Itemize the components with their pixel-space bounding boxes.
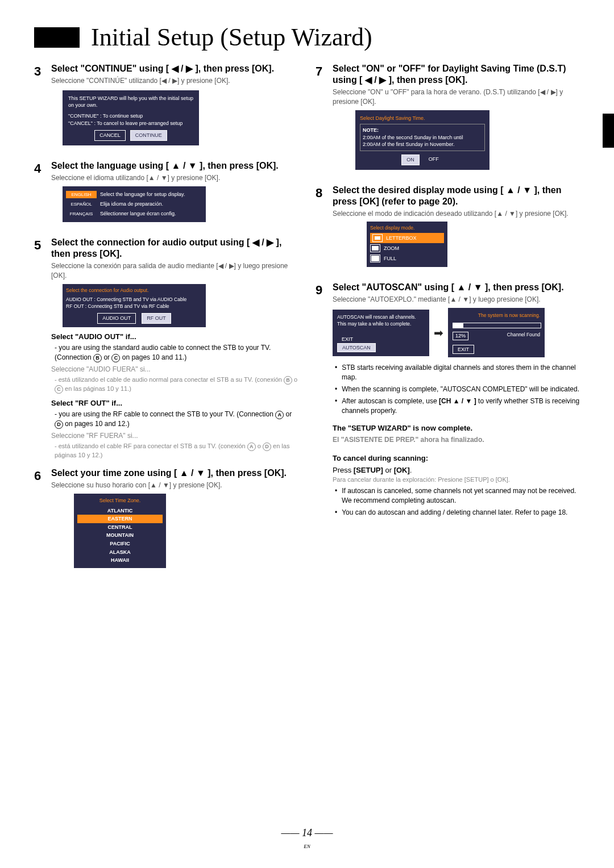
- osd-title: The system is now scanning.: [453, 312, 540, 319]
- osd-text: "CANCEL" : To cancel to leave pre-arrang…: [68, 120, 193, 127]
- osd-continue-button: CONTINUE: [130, 130, 167, 141]
- step-number: 7: [316, 63, 333, 177]
- mode-zoom: ZOOM: [370, 243, 444, 253]
- osd-text: AUDIO OUT : Connecting STB and TV via AU…: [66, 297, 202, 303]
- completion-spanish: El "ASISTENTE DE PREP." ahora ha finaliz…: [333, 435, 580, 445]
- cancel-spanish: Para cancelar durante la exploración: Pr…: [333, 475, 580, 484]
- zoom-icon: [370, 244, 380, 252]
- page-footer: —— 14 —— EN: [0, 827, 614, 851]
- step-heading: Select the language using [ ▲ / ▼ ], the…: [51, 160, 298, 172]
- osd-title: Select Daylight Saving Time.: [360, 115, 485, 122]
- scan-percent: 12%: [453, 332, 468, 340]
- mode-letterbox: LETTERBOX: [370, 233, 444, 243]
- osd-language: ENGLISHSelect the language for setup dis…: [63, 186, 206, 223]
- right-column: 7 Select "ON" or "OFF" for Daylight Savi…: [316, 63, 580, 583]
- step-6: 6 Select your time zone using [ ▲ / ▼ ],…: [34, 468, 298, 575]
- tz-eastern: EASTERN: [77, 515, 163, 523]
- step-spanish: Seleccione "CONTINÚE" utilizando [◀ / ▶]…: [51, 76, 298, 86]
- osd-text: AUTOSCAN will rescan all channels.: [337, 314, 425, 321]
- step-spanish: Seleccione el idioma utilizando [▲ / ▼] …: [51, 173, 298, 183]
- step-heading: Select "ON" or "OFF" for Daylight Saving…: [333, 63, 580, 86]
- step-spanish: Seleccione "AUTOEXPLO." mediante [▲ / ▼]…: [333, 295, 580, 304]
- step-heading: Select "CONTINUE" using [ ◀ / ▶ ], then …: [51, 63, 298, 74]
- full-icon: [370, 254, 380, 262]
- lang-tag: FRANÇAIS: [66, 210, 97, 218]
- note-label: NOTE:: [363, 127, 482, 134]
- lang-desc: Elija idioma de preparación.: [100, 201, 163, 208]
- osd-exit-button: EXIT: [453, 345, 474, 354]
- step-number: 4: [34, 160, 51, 229]
- header: Initial Setup (Setup Wizard): [34, 23, 580, 52]
- sub-spanish-heading: Seleccione "AUDIO FUERA" si...: [51, 365, 298, 374]
- osd-title: Select display mode.: [370, 225, 444, 232]
- osd-text: This may take a while to complete.: [337, 321, 425, 328]
- osd-setup-wizard: This SETUP WIZARD will help you with the…: [63, 90, 199, 145]
- sub-spanish-body: - está utilizando el cable de audio norm…: [55, 375, 298, 394]
- lang-tag: ESPAÑOL: [66, 201, 97, 208]
- bullet-text: If autoscan is canceled, some channels n…: [333, 486, 580, 506]
- note-text: 2:00AM of the second Sunday in March unt…: [363, 134, 482, 148]
- tz-mountain: MOUNTAIN: [77, 531, 163, 540]
- tz-atlantic: ATLANTIC: [77, 507, 163, 515]
- bullet-text: STB starts receiving available digital c…: [333, 363, 580, 382]
- two-column-layout: 3 Select "CONTINUE" using [ ◀ / ▶ ], the…: [34, 63, 580, 583]
- step-5: 5 Select the connection for audio output…: [34, 237, 298, 460]
- step-heading: Select "AUTOSCAN" using [ ▲ / ▼ ], then …: [333, 282, 580, 293]
- step-4: 4 Select the language using [ ▲ / ▼ ], t…: [34, 160, 298, 229]
- section-block-icon: [34, 27, 80, 48]
- lang-row-francais: FRANÇAISSélectionner langue écran config…: [66, 209, 202, 219]
- tz-central: CENTRAL: [77, 523, 163, 532]
- step-heading: Select your time zone using [ ▲ / ▼ ], t…: [51, 468, 298, 479]
- osd-audio-connection: Select the connection for Audio output. …: [63, 284, 206, 327]
- mode-label: ZOOM: [384, 245, 399, 252]
- step-number: 6: [34, 468, 51, 575]
- sub-body: - you are using the RF cable to connect …: [55, 410, 298, 429]
- osd-autoscan-button: AUTOSCAN: [337, 343, 376, 352]
- step-3: 3 Select "CONTINUE" using [ ◀ / ▶ ], the…: [34, 63, 298, 152]
- osd-autoscan-pair: AUTOSCAN will rescan all channels. This …: [333, 308, 580, 357]
- channel-found-label: Channel Found: [507, 332, 540, 340]
- osd-text: "CONTINUE" : To continue setup: [68, 112, 193, 120]
- osd-autoscan-prompt: AUTOSCAN will rescan all channels. This …: [333, 310, 429, 356]
- osd-dst: Select Daylight Saving Time. NOTE: 2:00A…: [355, 110, 489, 170]
- lang-desc: Select the language for setup display.: [100, 191, 185, 198]
- osd-off-button: OFF: [424, 155, 443, 165]
- cancel-body: Press [SETUP] or [OK].: [333, 465, 580, 475]
- page-number: 14: [302, 827, 312, 838]
- mode-label: LETTERBOX: [386, 235, 417, 242]
- sub-heading: Select "RF OUT" if...: [51, 398, 298, 408]
- osd-display-mode: Select display mode. LETTERBOX ZOOM FULL: [367, 222, 447, 267]
- step-9: 9 Select "AUTOSCAN" using [ ▲ / ▼ ], the…: [316, 282, 580, 519]
- bullet-text: When the scanning is complete, "AUTOSCAN…: [333, 385, 580, 394]
- edge-tab-icon: [603, 114, 614, 148]
- page-title: Initial Setup (Setup Wizard): [91, 23, 580, 52]
- tz-hawaii: HAWAII: [77, 556, 163, 565]
- step-7: 7 Select "ON" or "OFF" for Daylight Savi…: [316, 63, 580, 177]
- osd-timezone: Select Time Zone. ATLANTIC EASTERN CENTR…: [74, 494, 166, 568]
- osd-title: Select Time Zone.: [77, 497, 163, 504]
- osd-scanning: The system is now scanning. 12%Channel F…: [448, 308, 545, 357]
- sub-body: - you are using the standard audio cable…: [55, 343, 298, 362]
- sub-spanish-body: - está utilizando el cable RF para conec…: [55, 442, 298, 460]
- arrow-right-icon: ➡: [434, 325, 443, 341]
- step-8: 8 Select the desired display mode using …: [316, 185, 580, 274]
- step-number: 9: [316, 282, 333, 519]
- letterbox-icon: [372, 234, 383, 242]
- osd-audio-out-button: AUDIO OUT: [97, 313, 136, 324]
- osd-exit-button: EXIT: [337, 335, 358, 343]
- bullet-text: You can do autoscan and adding / deletin…: [333, 508, 580, 518]
- lang-tag: ENGLISH: [66, 191, 97, 198]
- osd-rf-out-button: RF OUT: [142, 313, 171, 324]
- step-spanish: Seleccione "ON" u "OFF" para la hora de …: [333, 87, 580, 107]
- osd-text: This SETUP WIZARD will help you with the…: [68, 95, 193, 109]
- step-number: 5: [34, 237, 51, 460]
- mode-full: FULL: [370, 253, 444, 264]
- step-spanish: Seleccione su huso horario con [▲ / ▼] y…: [51, 481, 298, 490]
- sub-heading: Select "AUDIO OUT" if...: [51, 332, 298, 342]
- osd-cancel-button: CANCEL: [94, 130, 126, 141]
- step-spanish: Seleccione la conexión para salida de au…: [51, 261, 298, 281]
- manual-page: Initial Setup (Setup Wizard) 3 Select "C…: [0, 0, 614, 868]
- lang-row-espanol: ESPAÑOLElija idioma de preparación.: [66, 199, 202, 209]
- lang-desc: Sélectionner langue écran config.: [100, 210, 176, 218]
- osd-text: RF OUT : Connecting STB and TV via RF Ca…: [66, 303, 202, 310]
